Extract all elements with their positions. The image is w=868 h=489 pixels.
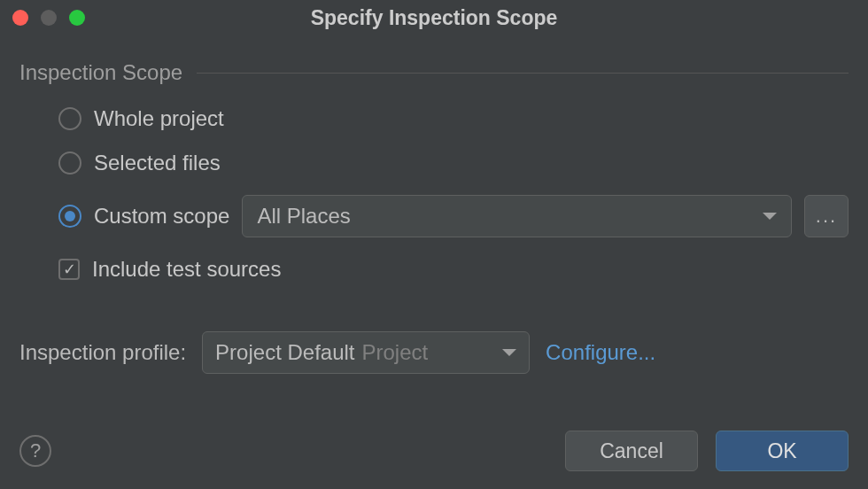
ok-button[interactable]: OK — [716, 431, 849, 471]
chevron-down-icon — [763, 213, 777, 220]
ellipsis-icon: ... — [816, 205, 837, 228]
custom-scope-select[interactable]: All Places — [242, 195, 792, 237]
radio-selected-files-row[interactable]: Selected files — [58, 151, 849, 175]
zoom-window-button[interactable] — [69, 10, 85, 26]
radio-custom-scope[interactable] — [58, 205, 81, 228]
section-header: Inspection Scope — [19, 60, 849, 85]
minimize-window-button[interactable] — [41, 10, 57, 26]
radio-custom-scope-row: Custom scope All Places ... — [58, 195, 849, 237]
inspection-profile-value-wrap: Project Default Project — [215, 340, 428, 365]
inspection-profile-select[interactable]: Project Default Project — [202, 331, 530, 374]
ok-button-label: OK — [767, 439, 796, 463]
radio-whole-project[interactable] — [58, 107, 81, 130]
radio-selected-files[interactable] — [58, 151, 81, 175]
section-divider — [197, 73, 849, 74]
inspection-profile-value: Project Default — [215, 340, 354, 365]
custom-scope-value: All Places — [257, 204, 350, 229]
custom-scope-browse-button[interactable]: ... — [804, 195, 849, 237]
dialog-footer: ? Cancel OK — [0, 425, 868, 489]
inspection-profile-secondary: Project — [362, 340, 429, 365]
window-title: Specify Inspection Scope — [0, 6, 868, 30]
section-header-label: Inspection Scope — [19, 60, 182, 85]
include-tests-label: Include test sources — [92, 257, 281, 282]
radio-selected-files-label: Selected files — [94, 151, 221, 175]
inspection-profile-row: Inspection profile: Project Default Proj… — [19, 331, 849, 374]
help-icon: ? — [30, 439, 41, 462]
configure-link[interactable]: Configure... — [546, 340, 655, 365]
footer-buttons: Cancel OK — [565, 431, 849, 471]
chevron-down-icon — [502, 349, 516, 356]
cancel-button[interactable]: Cancel — [565, 431, 698, 471]
radio-whole-project-row[interactable]: Whole project — [58, 106, 849, 131]
include-tests-checkbox[interactable] — [58, 259, 80, 280]
radio-whole-project-label: Whole project — [94, 106, 224, 131]
cancel-button-label: Cancel — [600, 439, 663, 463]
dialog-content: Inspection Scope Whole project Selected … — [0, 35, 868, 374]
include-tests-row[interactable]: Include test sources — [58, 257, 849, 282]
traffic-lights — [12, 10, 85, 26]
radio-custom-scope-label: Custom scope — [94, 204, 229, 229]
inspection-profile-label: Inspection profile: — [19, 340, 186, 365]
inspection-scope-options: Whole project Selected files Custom scop… — [19, 106, 849, 282]
close-window-button[interactable] — [12, 10, 28, 26]
help-button[interactable]: ? — [19, 435, 51, 467]
titlebar: Specify Inspection Scope — [0, 0, 868, 35]
